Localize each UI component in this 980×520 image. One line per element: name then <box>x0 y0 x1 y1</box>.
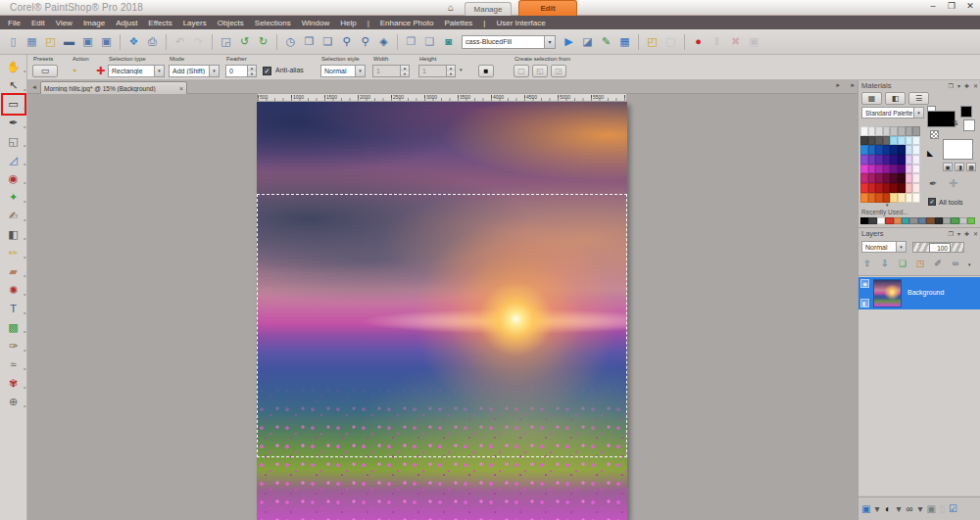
browse[interactable]: ▦ <box>24 33 40 50</box>
menu-item[interactable]: | <box>483 19 485 27</box>
palette-swatch[interactable] <box>875 173 883 183</box>
rotate-right[interactable]: ↻ <box>255 33 271 50</box>
transparency-icon[interactable] <box>930 130 939 139</box>
move-layer-down[interactable]: ⇩ <box>878 258 892 271</box>
new-group[interactable]: ◳ <box>913 258 927 271</box>
run-script[interactable]: ▶ <box>561 33 577 50</box>
palette-header-icon[interactable]: ✕ <box>973 230 978 237</box>
chevron-down-icon[interactable]: ▾ <box>355 66 365 76</box>
palette-swatch[interactable] <box>898 193 906 203</box>
recent-swatch[interactable] <box>951 217 958 224</box>
action-pointer-icon[interactable]: ◔ <box>71 65 86 77</box>
mode-dropdown[interactable]: Add (Shift) ▾ <box>169 65 220 77</box>
palette-swatch[interactable] <box>868 173 876 183</box>
copy-merged[interactable]: ❑ <box>421 33 438 50</box>
recent-swatch[interactable] <box>959 217 967 224</box>
zoom-out[interactable]: ⚲ <box>338 33 355 50</box>
selection-tool[interactable]: ▭ <box>4 96 24 113</box>
toolbar-icon[interactable] <box>212 34 213 50</box>
record-script[interactable]: ● <box>690 33 707 50</box>
palette-dropdown[interactable]: Standard Palette ▾ <box>861 107 924 118</box>
new-mask-layer[interactable]: ◐ <box>883 502 892 517</box>
palette-header-icon[interactable]: ❐ <box>949 230 954 237</box>
palette-swatch[interactable] <box>890 145 898 155</box>
palette-swatch[interactable] <box>906 183 913 193</box>
link-layers[interactable]: ∞ <box>949 258 962 271</box>
palette-swatch[interactable] <box>890 165 898 174</box>
open[interactable]: ◰ <box>42 33 59 50</box>
paint-brush-tool[interactable]: ✏ <box>4 245 24 261</box>
chevron-down-icon[interactable]: ▾ <box>544 36 555 48</box>
duplicate-layer[interactable]: ▣ <box>926 502 935 517</box>
swap-colors-icon[interactable]: ⇅ <box>953 119 958 127</box>
style-gradient-button[interactable]: ◨ <box>955 163 964 171</box>
toolbar-icon[interactable] <box>638 34 639 50</box>
menu-item[interactable]: Adjust <box>116 19 137 27</box>
warp-brush-tool[interactable]: ✾ <box>4 375 24 392</box>
toolbar-icon[interactable] <box>120 34 121 50</box>
palette-swatch[interactable] <box>875 136 883 146</box>
layer-row-background[interactable]: ◉ ◧ Background <box>858 277 980 309</box>
share[interactable]: ❖ <box>125 33 142 50</box>
palette-swatch[interactable] <box>860 173 868 183</box>
tab-edit[interactable]: Edit <box>518 0 577 16</box>
recent-swatch[interactable] <box>894 217 902 224</box>
menu-item[interactable]: Palettes <box>444 19 472 27</box>
palette-swatch[interactable] <box>875 165 883 174</box>
selection-style-dropdown[interactable]: Normal ▾ <box>320 65 366 77</box>
palette-swatch[interactable] <box>883 183 891 193</box>
palette-swatch[interactable] <box>912 136 920 146</box>
all-tools-checkbox[interactable]: ✓ <box>928 198 936 206</box>
blank[interactable]: ▢ <box>662 33 679 50</box>
materials-tab-rainbow[interactable]: ◧ <box>885 92 906 105</box>
palette-swatch[interactable] <box>898 136 906 146</box>
palette-swatch[interactable] <box>912 173 920 183</box>
palette-swatch[interactable] <box>906 173 913 183</box>
scanner[interactable]: ▬ <box>61 33 77 50</box>
palette-swatch[interactable] <box>912 126 920 136</box>
palette-swatch[interactable] <box>868 193 876 203</box>
menu-item[interactable]: File <box>8 19 21 27</box>
foreground-material-swatch[interactable] <box>943 139 973 160</box>
palette-swatch[interactable] <box>906 136 913 146</box>
rotate-left[interactable]: ↺ <box>236 33 253 50</box>
text-tool[interactable]: T <box>4 301 24 317</box>
palette-swatch[interactable] <box>860 193 868 203</box>
minimize-button[interactable]: – <box>927 1 939 11</box>
undo[interactable]: ↶ <box>172 33 188 50</box>
restore-button[interactable]: ❐ <box>946 1 957 11</box>
recent-swatch[interactable] <box>918 217 926 224</box>
palette-swatch[interactable] <box>912 155 920 165</box>
materials-tab-frame[interactable]: ▦ <box>861 92 882 105</box>
palette-swatch[interactable] <box>898 155 906 165</box>
airbrush-tool[interactable]: ✺ <box>4 282 24 299</box>
palette-swatch[interactable] <box>898 173 906 183</box>
chevron-down-icon[interactable]: ▾ <box>913 108 923 118</box>
toolbar-icon[interactable] <box>397 34 398 50</box>
style-pattern-button[interactable]: ▩ <box>966 163 976 171</box>
palette-swatch[interactable] <box>898 165 906 174</box>
palette-swatch[interactable] <box>883 126 891 136</box>
document-tab[interactable]: Morning hills.jpg* @ 15% (Background) × <box>40 81 187 94</box>
pan-tool[interactable]: ✋ <box>4 59 24 75</box>
selection-type-dropdown[interactable]: Rectangle ▾ <box>108 65 165 77</box>
chevron-down-icon[interactable]: ▾ <box>896 242 906 252</box>
menu-item[interactable]: | <box>368 19 369 27</box>
materials-tab-swatches[interactable]: ☰ <box>908 92 929 105</box>
palette-swatch[interactable] <box>912 165 920 174</box>
save[interactable]: ▣ <box>79 33 96 50</box>
menu-item[interactable]: Window <box>302 19 329 27</box>
canvas-image[interactable] <box>257 102 627 520</box>
palette-swatch[interactable] <box>875 193 883 203</box>
custom-selection-button[interactable]: ■ <box>478 65 494 77</box>
redo[interactable]: ↷ <box>190 33 207 50</box>
palette-swatch[interactable] <box>883 145 891 155</box>
script-combo[interactable]: cass-BlucedFill ▾ <box>462 35 556 49</box>
dropper-tool[interactable]: ✒ <box>4 115 24 131</box>
delete-layer[interactable]: ▯ <box>938 502 947 517</box>
new-mask-arrow[interactable]: ▾ <box>894 502 903 517</box>
duplicate-window[interactable]: ❐ <box>301 33 318 50</box>
tab-scroll-right[interactable]: ▸ <box>836 81 840 89</box>
edit-script[interactable]: ✎ <box>598 33 614 50</box>
palette-swatch[interactable] <box>868 145 876 155</box>
